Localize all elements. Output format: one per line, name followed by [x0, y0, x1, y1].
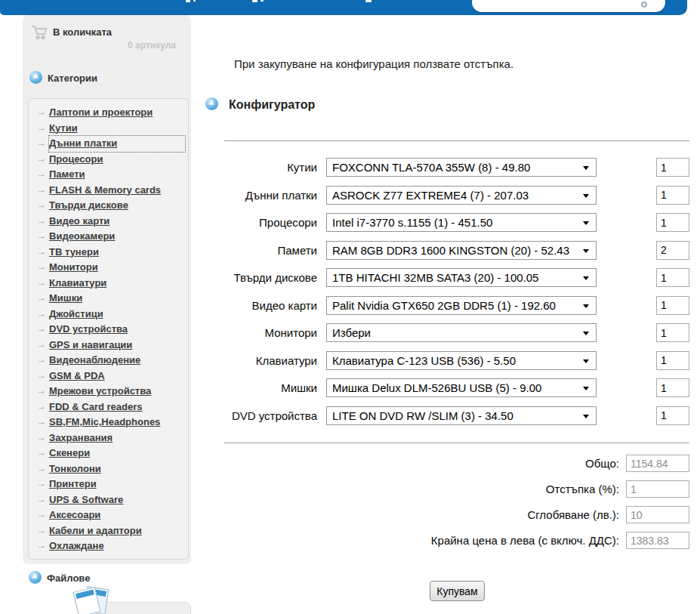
arrow-bullet-icon: →	[37, 228, 46, 244]
buy-button[interactable]: Купувам	[430, 581, 485, 601]
category-link[interactable]: GPS и навигации	[49, 339, 132, 350]
quantity-input[interactable]	[656, 406, 689, 425]
component-select[interactable]: ASROCK Z77 EXTREME4 (7) - 207.03	[326, 186, 597, 205]
component-select[interactable]: Palit Nvidia GTX650 2GB DDR5 (1) - 192.6…	[326, 296, 597, 315]
category-link[interactable]: Кутии	[49, 122, 78, 134]
selected-option-text: Клавиатура C-123 USB (536) - 5.50	[332, 354, 516, 367]
category-link[interactable]: Процесори	[49, 153, 103, 165]
quantity-input[interactable]	[656, 351, 689, 370]
selected-option-text: RAM 8GB DDR3 1600 KINGSTON (20) - 52.43	[332, 244, 569, 257]
logo-cutoff-fragment	[186, 0, 190, 2]
search-input[interactable]	[472, 0, 665, 12]
assembly-input[interactable]	[626, 506, 689, 523]
category-link[interactable]: Памети	[49, 168, 85, 180]
arrow-bullet-icon: →	[37, 321, 46, 337]
cart-icon	[30, 24, 48, 41]
arrow-bullet-icon: →	[37, 383, 46, 399]
category-link[interactable]: Твърди дискове	[49, 199, 128, 211]
quantity-input[interactable]	[656, 268, 689, 287]
component-select[interactable]: LITE ON DVD RW /SLIM (3) - 34.50	[326, 406, 597, 425]
category-list-item: → Памети	[29, 166, 188, 182]
arrow-bullet-icon: →	[37, 275, 46, 291]
arrow-bullet-icon: →	[37, 182, 46, 198]
arrow-bullet-icon: →	[37, 414, 46, 430]
arrow-bullet-icon: →	[37, 368, 46, 384]
component-select[interactable]: Мишка Delux DLM-526BU USB (5) - 9.00	[326, 378, 597, 397]
configurator-row: Мишки Мишка Delux DLM-526BU USB (5) - 9.…	[224, 378, 689, 397]
component-select[interactable]: Клавиатура C-123 USB (536) - 5.50	[326, 351, 597, 370]
category-link[interactable]: Клавиатури	[49, 277, 106, 288]
component-select[interactable]: Избери	[326, 323, 597, 342]
component-category-label: DVD устройства	[224, 409, 317, 422]
category-link[interactable]: Лаптопи и проектори	[49, 106, 153, 118]
category-link[interactable]: Видеокамери	[49, 230, 115, 242]
category-link[interactable]: Захранвания	[49, 432, 113, 443]
category-link[interactable]: Монитори	[49, 261, 98, 273]
category-link[interactable]: Принтери	[49, 478, 97, 489]
total-row: Крайна цена в лева (с включ. ДДС):	[224, 532, 689, 549]
category-list-item: → Мрежови устройства	[29, 383, 188, 399]
category-link[interactable]: Видеонаблюдение	[49, 354, 140, 366]
component-select[interactable]: FOXCONN TLA-570A 355W (8) - 49.80	[326, 158, 597, 177]
category-list-item: → Аксесоари	[29, 507, 188, 523]
category-link[interactable]: Скенери	[49, 447, 90, 458]
quantity-input[interactable]	[656, 296, 689, 315]
quantity-input[interactable]	[656, 213, 689, 232]
divider	[224, 443, 689, 443]
category-list-item: → ТВ тунери	[29, 244, 188, 260]
category-list-item: → Мишки	[29, 290, 188, 306]
category-list-item: → Видео карти	[29, 213, 188, 229]
component-category-label: Процесори	[224, 216, 317, 229]
cart-items-count: 0 артикула	[128, 40, 176, 51]
category-link[interactable]: SB,FM,Mic,Headphones	[49, 416, 160, 427]
category-list-item: → Видеонаблюдение	[29, 352, 188, 368]
configurator-row: Памети RAM 8GB DDR3 1600 KINGSTON (20) -…	[224, 241, 689, 260]
quantity-input[interactable]	[656, 323, 689, 342]
discount-input[interactable]	[626, 480, 689, 498]
category-link[interactable]: Мрежови устройства	[49, 385, 151, 396]
selected-option-text: Intel i7-3770 s.1155 (1) - 451.50	[332, 216, 492, 229]
category-link[interactable]: GSM & PDA	[49, 370, 105, 381]
quantity-input[interactable]	[656, 186, 689, 205]
cart-section-title: В количката	[53, 26, 112, 38]
category-link[interactable]: FDD & Card readers	[49, 401, 143, 412]
configurator-rows: Кутии FOXCONN TLA-570A 355W (8) - 49.80 …	[224, 158, 689, 434]
category-link[interactable]: DVD устройства	[49, 323, 128, 335]
arrow-bullet-icon: →	[37, 461, 46, 477]
quantity-input[interactable]	[656, 378, 689, 397]
discount-label: Отстъпка (%):	[224, 483, 619, 495]
category-link[interactable]: FLASH & Memory cards	[49, 184, 161, 196]
component-select[interactable]: RAM 8GB DDR3 1600 KINGSTON (20) - 52.43	[326, 241, 597, 260]
arrow-bullet-icon: →	[37, 445, 46, 461]
arrow-bullet-icon: →	[37, 166, 46, 182]
configurator-bullet-icon	[205, 97, 218, 110]
category-list-item: → Тонколони	[29, 461, 188, 477]
category-link[interactable]: Джойстици	[49, 308, 103, 319]
category-link[interactable]: Мишки	[49, 292, 82, 304]
arrow-bullet-icon: →	[37, 120, 46, 136]
configurator-row: Кутии FOXCONN TLA-570A 355W (8) - 49.80	[224, 158, 689, 177]
category-link[interactable]: Дънни платки	[49, 136, 185, 152]
category-list-item: → Твърди дискове	[29, 197, 188, 213]
component-category-label: Видео карти	[224, 299, 317, 312]
category-list-item: → Лаптопи и проектори	[29, 104, 188, 120]
category-link[interactable]: ТВ тунери	[49, 246, 99, 258]
component-select[interactable]: 1TB HITACHI 32MB SATA3 (20) - 100.05	[326, 268, 597, 287]
category-link[interactable]: UPS & Software	[49, 494, 123, 505]
category-link[interactable]: Тонколони	[49, 463, 101, 474]
category-list-item: → FLASH & Memory cards	[29, 182, 188, 198]
category-link[interactable]: Кабели и адаптори	[49, 525, 142, 536]
category-link[interactable]: Охлаждане	[49, 540, 104, 551]
quantity-input[interactable]	[656, 241, 689, 260]
quantity-input[interactable]	[656, 158, 689, 177]
arrow-bullet-icon: →	[37, 151, 46, 167]
category-list-item: → Процесори	[29, 151, 188, 167]
configurator-row: Процесори Intel i7-3770 s.1155 (1) - 451…	[224, 213, 689, 232]
dropdown-arrow-icon	[583, 304, 589, 308]
component-select[interactable]: Intel i7-3770 s.1155 (1) - 451.50	[326, 213, 597, 232]
category-link[interactable]: Аксесоари	[49, 509, 100, 520]
category-link[interactable]: Видео карти	[49, 215, 109, 227]
arrow-bullet-icon: →	[37, 492, 46, 508]
selected-option-text: FOXCONN TLA-570A 355W (8) - 49.80	[332, 161, 530, 174]
total-row: Общо:	[224, 455, 689, 472]
